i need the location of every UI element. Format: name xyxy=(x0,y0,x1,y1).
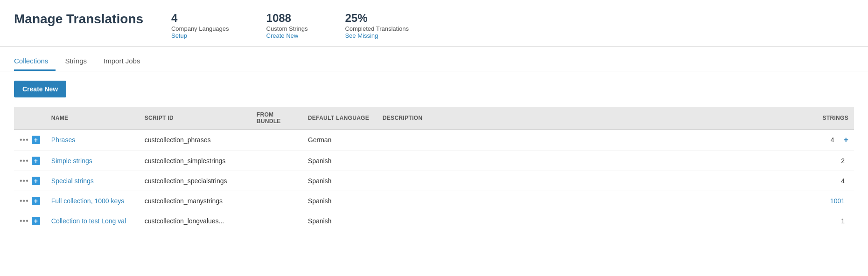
stat-strings-label: Custom Strings xyxy=(266,25,308,32)
row-add-icon[interactable]: + xyxy=(32,177,40,185)
col-header-name: NAME xyxy=(46,107,139,130)
row-menu-dots[interactable]: ••• xyxy=(20,136,29,144)
stat-translations-label: Completed Translations xyxy=(345,25,409,32)
collections-table: NAME SCRIPT ID FROM BUNDLE DEFAULT LANGU… xyxy=(14,107,854,231)
col-header-scriptid: SCRIPT ID xyxy=(139,107,251,130)
row-description xyxy=(377,211,817,231)
row-name-link[interactable]: Phrases xyxy=(51,136,75,144)
strings-count: 4 xyxy=(841,177,848,185)
add-string-button[interactable]: + xyxy=(843,135,848,145)
row-strings: 4+ xyxy=(817,129,854,151)
row-actions: ••• + xyxy=(20,217,40,225)
strings-count: 1001 xyxy=(830,197,848,205)
stat-languages-number: 4 xyxy=(171,12,229,25)
page-title: Manage Translations xyxy=(14,9,143,27)
row-strings: 1001 xyxy=(817,191,854,211)
row-menu-dots[interactable]: ••• xyxy=(20,197,29,205)
row-actions: ••• + xyxy=(20,177,40,185)
stat-strings: 1088 Custom Strings Create New xyxy=(266,12,308,39)
row-add-icon[interactable]: + xyxy=(32,136,40,144)
row-add-icon[interactable]: + xyxy=(32,197,40,205)
table-row: ••• + Collection to test Long valcustcol… xyxy=(14,211,854,231)
col-header-defaultlang: DEFAULT LANGUAGE xyxy=(302,107,377,130)
row-defaultlang: Spanish xyxy=(302,151,377,171)
stat-languages: 4 Company Languages Setup xyxy=(171,12,229,39)
stat-translations-number: 25% xyxy=(345,12,409,25)
row-name-link[interactable]: Simple strings xyxy=(51,157,92,165)
row-strings: 1 xyxy=(817,211,854,231)
table-row: ••• + Full collection, 1000 keyscustcoll… xyxy=(14,191,854,211)
strings-count: 2 xyxy=(841,157,848,165)
strings-cell: 4 xyxy=(822,177,848,185)
table-row: ••• + Special stringscustcollection_spec… xyxy=(14,171,854,191)
row-scriptid: custcollection_manystrings xyxy=(139,191,251,211)
page-header: Manage Translations 4 Company Languages … xyxy=(0,0,868,47)
tab-import-jobs[interactable]: Import Jobs xyxy=(104,51,147,71)
strings-cell: 2 xyxy=(822,157,848,165)
row-description xyxy=(377,171,817,191)
row-menu-dots[interactable]: ••• xyxy=(20,177,29,185)
row-actions: ••• + xyxy=(20,136,40,144)
strings-count: 1 xyxy=(841,217,848,225)
row-strings: 4 xyxy=(817,171,854,191)
row-frombundle xyxy=(251,211,302,231)
stat-translations: 25% Completed Translations See Missing xyxy=(345,12,409,39)
row-scriptid: custcollection_specialstrings xyxy=(139,171,251,191)
stat-translations-link[interactable]: See Missing xyxy=(345,32,409,39)
row-actions: ••• + xyxy=(20,157,40,165)
stat-strings-number: 1088 xyxy=(266,12,308,25)
row-add-icon[interactable]: + xyxy=(32,157,40,165)
tab-strings[interactable]: Strings xyxy=(65,51,94,71)
row-menu-dots[interactable]: ••• xyxy=(20,217,29,225)
strings-count: 4 xyxy=(831,136,838,144)
col-header-actions xyxy=(14,107,46,130)
tab-collections[interactable]: Collections xyxy=(14,51,56,71)
strings-cell: 1 xyxy=(822,217,848,225)
row-scriptid: custcollection_longvalues... xyxy=(139,211,251,231)
row-scriptid: custcollection_simplestrings xyxy=(139,151,251,171)
row-description xyxy=(377,151,817,171)
stat-languages-label: Company Languages xyxy=(171,25,229,32)
table-row: ••• + Simple stringscustcollection_simpl… xyxy=(14,151,854,171)
row-name-link[interactable]: Full collection, 1000 keys xyxy=(51,197,124,205)
table-header-row: NAME SCRIPT ID FROM BUNDLE DEFAULT LANGU… xyxy=(14,107,854,130)
col-header-strings: STRINGS xyxy=(817,107,854,130)
strings-cell: 1001 xyxy=(822,197,848,205)
row-defaultlang: Spanish xyxy=(302,191,377,211)
stat-strings-link[interactable]: Create New xyxy=(266,32,308,39)
row-name-link[interactable]: Special strings xyxy=(51,177,94,185)
create-new-button[interactable]: Create New xyxy=(14,81,66,97)
main-content: Create New NAME SCRIPT ID FROM BUNDLE DE… xyxy=(0,71,868,241)
row-frombundle xyxy=(251,151,302,171)
row-defaultlang: Spanish xyxy=(302,211,377,231)
row-scriptid: custcollection_phrases xyxy=(139,129,251,151)
row-menu-dots[interactable]: ••• xyxy=(20,157,29,165)
col-header-description: DESCRIPTION xyxy=(377,107,817,130)
stat-languages-link[interactable]: Setup xyxy=(171,32,229,39)
table-row: ••• + Phrasescustcollection_phrasesGerma… xyxy=(14,129,854,151)
row-name-link[interactable]: Collection to test Long val xyxy=(51,217,126,225)
row-strings: 2 xyxy=(817,151,854,171)
row-frombundle xyxy=(251,191,302,211)
row-actions: ••• + xyxy=(20,197,40,205)
row-defaultlang: German xyxy=(302,129,377,151)
row-add-icon[interactable]: + xyxy=(32,217,40,225)
strings-cell: 4+ xyxy=(822,135,848,145)
row-frombundle xyxy=(251,171,302,191)
row-description xyxy=(377,191,817,211)
col-header-frombundle: FROM BUNDLE xyxy=(251,107,302,130)
row-frombundle xyxy=(251,129,302,151)
row-description xyxy=(377,129,817,151)
tabs-bar: Collections Strings Import Jobs xyxy=(0,51,868,71)
row-defaultlang: Spanish xyxy=(302,171,377,191)
stats-section: 4 Company Languages Setup 1088 Custom St… xyxy=(171,9,409,39)
